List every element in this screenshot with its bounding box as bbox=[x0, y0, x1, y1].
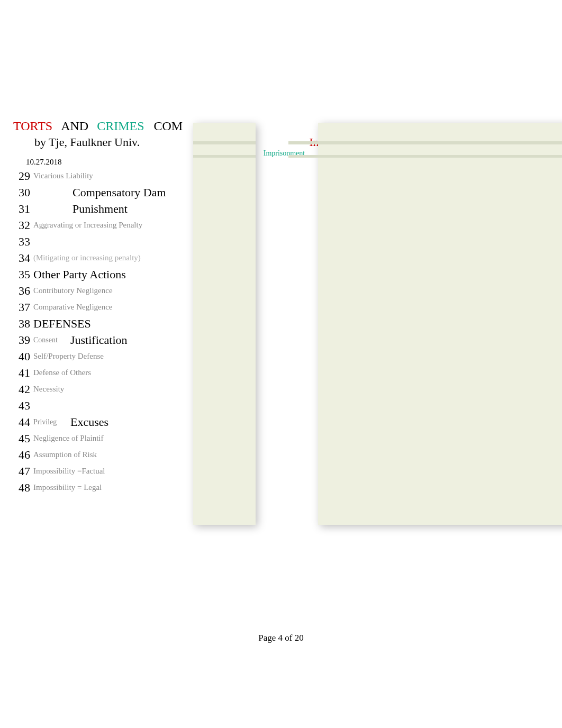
row-label: Comparative Negligence bbox=[33, 303, 113, 312]
row-number: 43 bbox=[13, 399, 30, 413]
row-label-b: Justification bbox=[70, 333, 128, 347]
row-label: Negligence of Plaintif bbox=[33, 434, 103, 443]
row-number: 37 bbox=[13, 301, 30, 314]
table-shading bbox=[193, 145, 549, 496]
row-number: 48 bbox=[13, 481, 30, 495]
row-label: Vicarious Liability bbox=[33, 171, 93, 180]
byline: by Tje, Faulkner Univ. bbox=[34, 135, 193, 149]
row-label: Impossibility = Legal bbox=[33, 483, 102, 492]
shade-column-1 bbox=[193, 123, 256, 525]
row-label: DEFENSES bbox=[33, 317, 91, 331]
row-number: 31 bbox=[13, 202, 30, 216]
row-number: 32 bbox=[13, 219, 30, 232]
row-label: Necessity bbox=[33, 385, 64, 394]
row-number: 38 bbox=[13, 317, 30, 331]
header-bar bbox=[193, 155, 256, 158]
row-label: Defense of Others bbox=[33, 368, 91, 377]
page-footer: Page 4 of 20 bbox=[0, 633, 562, 643]
title-and: AND bbox=[61, 119, 88, 133]
row-number: 44 bbox=[13, 415, 30, 429]
row-number: 40 bbox=[13, 350, 30, 363]
page-content: TORTS AND CRIMES COM by Tje, Faulkner Un… bbox=[13, 119, 549, 496]
row-label-a: Consent bbox=[33, 336, 70, 344]
header-bar bbox=[288, 141, 562, 144]
row-label-a: Privileg bbox=[33, 418, 70, 426]
row-label: Compensatory Dam bbox=[72, 186, 166, 199]
row-label: Other Party Actions bbox=[33, 268, 126, 281]
row-number: 36 bbox=[13, 284, 30, 298]
row-label: Aggravating or Increasing Penalty bbox=[33, 221, 142, 230]
row-number: 41 bbox=[13, 366, 30, 380]
shade-column-group bbox=[318, 123, 562, 525]
row-label: (Mitigating or increasing penalty) bbox=[33, 253, 141, 262]
row-number: 42 bbox=[13, 383, 30, 396]
row-label: Self/Property Defense bbox=[33, 352, 104, 361]
row-number: 34 bbox=[13, 251, 30, 265]
title-crimes: CRIMES bbox=[97, 119, 144, 133]
row-number: 29 bbox=[13, 169, 30, 183]
row-number: 30 bbox=[13, 186, 30, 199]
title-com: COM bbox=[154, 119, 183, 133]
row-label: Impossibility =Factual bbox=[33, 467, 105, 476]
row-number: 35 bbox=[13, 268, 30, 281]
row-number: 45 bbox=[13, 432, 30, 445]
header-bar bbox=[288, 155, 562, 158]
row-number: 47 bbox=[13, 465, 30, 478]
row-label: Assumption of Risk bbox=[33, 450, 97, 459]
row-label: Contributory Negligence bbox=[33, 286, 113, 295]
row-number: 46 bbox=[13, 448, 30, 462]
row-label-b: Excuses bbox=[70, 415, 108, 429]
row-number: 39 bbox=[13, 333, 30, 347]
title-torts: TORTS bbox=[13, 119, 52, 133]
row-number: 33 bbox=[13, 235, 30, 249]
header-bar bbox=[193, 141, 256, 144]
row-label: Punishment bbox=[72, 202, 128, 216]
